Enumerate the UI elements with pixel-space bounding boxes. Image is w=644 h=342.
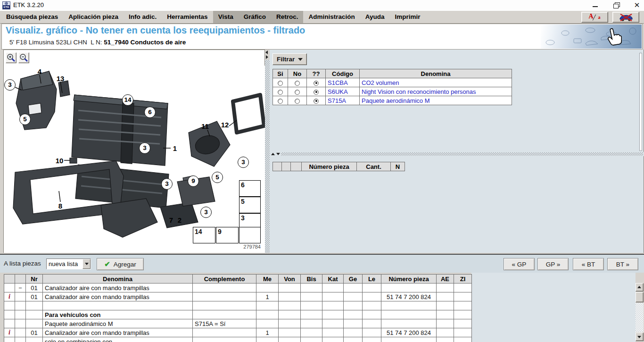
close-button[interactable]: ✕ [633, 1, 641, 9]
fastener-box-6[interactable]: 6 [239, 180, 261, 197]
cell-ae [437, 284, 454, 292]
option-code[interactable]: S1CBA [326, 78, 360, 87]
parts-row[interactable] [4, 301, 472, 310]
collapse-down-icon[interactable] [276, 152, 281, 156]
parts-table-scrollbar[interactable] [636, 283, 644, 341]
part-callout-6[interactable]: 6 [144, 107, 156, 118]
col-cant: Cant. [357, 162, 391, 171]
combo-dropdown-button[interactable] [83, 259, 91, 269]
radio-si-S6UKA[interactable] [278, 90, 283, 95]
filter-scrollbar[interactable] [639, 53, 642, 151]
cell-zi [454, 301, 472, 310]
collapse-toggle[interactable]: − [15, 284, 26, 292]
part-callout-8[interactable]: 8 [58, 202, 62, 210]
option-name[interactable]: Night Vision con reconocimiento personas [360, 87, 512, 96]
fastener-box-14[interactable]: 14 [193, 227, 215, 243]
restore-button[interactable] [612, 1, 620, 9]
part-callout-5[interactable]: 5 [212, 172, 223, 183]
fastener-box-5[interactable]: 5 [239, 197, 261, 213]
part-callout-14[interactable]: 14 [122, 94, 133, 106]
parts-list-combo[interactable]: nueva lista [46, 259, 91, 269]
scrollbar-track[interactable] [636, 303, 644, 332]
menu-item-gráfico[interactable]: Gráfico [239, 11, 271, 23]
col-blank-3 [291, 162, 302, 171]
next-bt-button[interactable]: BT » [607, 258, 638, 270]
col-denomina: Denomina [43, 275, 193, 284]
part-callout-9[interactable]: 9 [188, 175, 199, 187]
info-icon[interactable]: i [4, 292, 15, 301]
radio-no-S6UKA[interactable] [295, 90, 300, 95]
option-code[interactable]: S6UKA [326, 87, 360, 96]
parts-row[interactable]: i01Canalizador aire con mando trampillas… [4, 328, 472, 337]
menu-item-retroc-[interactable]: Retroc. [271, 11, 304, 23]
parts-row[interactable]: solo en combinacion con [4, 337, 472, 342]
option-name[interactable]: CO2 volumen [360, 78, 512, 87]
menu-item-administración[interactable]: Administración [303, 11, 360, 23]
cell-unknown [307, 78, 326, 87]
part-callout-11[interactable]: 11 [201, 122, 209, 130]
prev-gp-button[interactable]: « GP [504, 258, 535, 270]
filtrar-button[interactable]: Filtrar [272, 53, 307, 65]
parts-row[interactable]: −01Canalizador aire con mando trampillas [4, 284, 472, 292]
menu-item-herramientas[interactable]: Herramientas [162, 11, 213, 23]
fastener-box-9[interactable]: 9 [216, 227, 239, 243]
font-scale-button[interactable]: A a [581, 12, 608, 23]
scroll-up-button[interactable] [636, 283, 644, 292]
option-name[interactable]: Paquete aerodinámico M [360, 96, 512, 105]
part-callout-3[interactable]: 3 [161, 178, 173, 190]
agregar-button[interactable]: ✔ Agregar [97, 258, 144, 270]
parts-diagram[interactable]: 341351461112131035938372 6 5 3 14 9 2797… [4, 66, 265, 253]
cell-ge [344, 319, 363, 328]
next-gp-button[interactable]: GP » [537, 258, 569, 270]
menu-item-ayuda[interactable]: Ayuda [360, 11, 390, 23]
menu-item-imprimir[interactable]: Imprimir [389, 11, 425, 23]
part-callout-3[interactable]: 3 [4, 79, 16, 91]
menu-item-info-adic-[interactable]: Info adic. [124, 11, 162, 23]
part-callout-13[interactable]: 13 [57, 75, 65, 83]
parts-row[interactable]: Paquete aerodinámico MS715A = Sí [4, 319, 472, 328]
zoom-in-button[interactable] [6, 52, 17, 63]
part-callout-3[interactable]: 3 [238, 157, 249, 168]
cell-numero_pieza: 51 74 7 200 824 [381, 292, 437, 301]
radio-no-S715A[interactable] [295, 99, 300, 104]
radio-unknown-S715A[interactable] [314, 99, 319, 104]
part-callout-12[interactable]: 12 [221, 121, 229, 129]
menu-item-aplicación-pieza[interactable]: Aplicación pieza [63, 11, 124, 23]
collapse-up-icon[interactable] [271, 152, 276, 156]
radio-no-S1CBA[interactable] [295, 81, 300, 86]
cell-bis [301, 284, 322, 292]
collapse-right-icon[interactable] [265, 54, 269, 59]
filter-table-body: S1CBACO2 volumenS6UKANight Vision con re… [273, 78, 512, 105]
part-callout-2[interactable]: 2 [178, 216, 182, 224]
col-von: Von [279, 275, 301, 284]
vertical-splitter[interactable] [265, 50, 270, 253]
part-callout-7[interactable]: 7 [169, 216, 173, 224]
cell-info [4, 337, 15, 342]
hide-optional-parts-button[interactable] [612, 12, 639, 23]
radio-unknown-S1CBA[interactable] [314, 81, 319, 86]
minimize-button[interactable] [591, 1, 600, 9]
part-callout-10[interactable]: 10 [56, 157, 64, 165]
cell-numero_pieza [381, 284, 437, 292]
radio-unknown-S6UKA[interactable] [314, 90, 319, 95]
option-code[interactable]: S715A [326, 96, 360, 105]
part-callout-3[interactable]: 3 [139, 142, 150, 154]
part-callout-3[interactable]: 3 [200, 207, 212, 218]
menu-item-vista[interactable]: Vista [213, 11, 239, 23]
parts-row[interactable]: i01Canalizador aire con mando trampillas… [4, 292, 472, 301]
info-icon[interactable]: i [4, 328, 15, 337]
horizontal-splitter[interactable] [270, 152, 644, 156]
radio-si-S715A[interactable] [278, 99, 283, 104]
menu-item-búsqueda-piezas[interactable]: Búsqueda piezas [1, 11, 63, 23]
scrollbar-thumb[interactable] [636, 292, 644, 302]
part-callout-1[interactable]: 1 [173, 144, 177, 152]
radio-si-S1CBA[interactable] [278, 81, 283, 86]
zoom-out-button[interactable] [18, 52, 29, 63]
prev-bt-button[interactable]: « BT [573, 258, 604, 270]
scroll-down-button[interactable] [636, 333, 644, 341]
cell-expand [15, 310, 26, 319]
parts-row[interactable]: Para vehículos con [4, 310, 472, 319]
part-callout-5[interactable]: 5 [19, 114, 31, 125]
collapse-left-icon[interactable] [265, 50, 269, 54]
part-callout-4[interactable]: 4 [38, 67, 41, 75]
